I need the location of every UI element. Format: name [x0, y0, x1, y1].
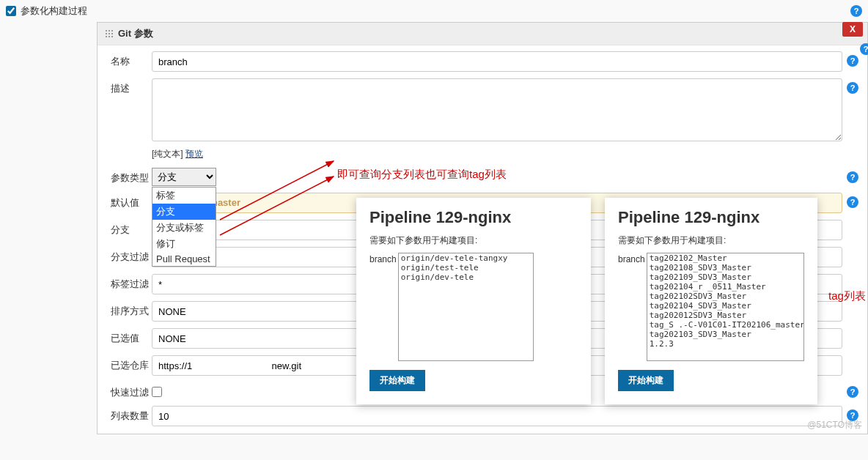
- list-item[interactable]: tag202109_SDV3_Master: [647, 272, 803, 282]
- annotation-top: 即可查询分支列表也可查询tag列表: [337, 168, 507, 182]
- list-count-label: 列表数量: [111, 406, 152, 423]
- preview-link[interactable]: 预览: [185, 149, 203, 159]
- list-item[interactable]: tag202012SDV3_Master: [647, 311, 803, 320]
- start-build-button[interactable]: 开始构建: [369, 370, 425, 391]
- help-icon[interactable]: ?: [860, 43, 868, 55]
- list-count-input[interactable]: [152, 406, 842, 426]
- tag-list-box[interactable]: tag202102_Master tag202108_SDV3_Master t…: [647, 253, 804, 361]
- annotation-tag-list: tag列表: [828, 289, 866, 303]
- description-label: 描述: [111, 78, 152, 95]
- top-bar: 参数化构建过程 ?: [0, 0, 868, 22]
- close-button[interactable]: X: [842, 22, 863, 37]
- list-item[interactable]: origin/dev-tele: [399, 272, 533, 282]
- panel-header: Git 参数 X ?: [98, 23, 867, 45]
- list-item[interactable]: origin/test-tele: [399, 263, 533, 272]
- popup-subtitle: 需要如下参数用于构建项目:: [369, 234, 578, 247]
- dropdown-option-branch-or-tag[interactable]: 分支或标签: [152, 220, 216, 236]
- quick-filter-checkbox[interactable]: [152, 387, 162, 397]
- parametrize-checkbox[interactable]: [6, 6, 16, 16]
- start-build-button[interactable]: 开始构建: [618, 370, 674, 391]
- dropdown-option-branch[interactable]: 分支: [152, 204, 216, 220]
- param-type-label: 参数类型: [111, 168, 152, 185]
- sort-label: 排序方式: [111, 301, 152, 318]
- popup-field-label: branch: [369, 253, 397, 264]
- help-icon[interactable]: ?: [850, 5, 862, 17]
- quick-filter-label: 快速过滤: [111, 382, 152, 399]
- help-icon[interactable]: ?: [847, 171, 858, 183]
- default-label: 默认值: [111, 193, 152, 209]
- popup-title: Pipeline 129-nginx: [369, 208, 578, 227]
- param-type-dropdown[interactable]: 标签 分支 分支或标签 修订 Pull Request: [152, 187, 216, 267]
- help-icon[interactable]: ?: [847, 386, 858, 398]
- list-item[interactable]: tag202104_r _0511_Master: [647, 282, 803, 292]
- name-label: 名称: [111, 51, 152, 68]
- list-item[interactable]: 1.2.3: [647, 339, 803, 349]
- watermark: @51CTO博客: [807, 419, 862, 431]
- repo-label: 已选仓库: [111, 355, 152, 372]
- help-icon[interactable]: ?: [847, 196, 858, 208]
- popup-field-label: branch: [618, 253, 645, 264]
- branch-label: 分支: [111, 220, 152, 237]
- plaintext-row: [纯文本] 预览: [111, 148, 854, 160]
- panel-title: Git 参数: [118, 27, 153, 40]
- list-item[interactable]: tag202102SDV3_Master: [647, 292, 803, 301]
- list-item[interactable]: tag202108_SDV3_Master: [647, 263, 803, 272]
- name-input[interactable]: [152, 51, 842, 72]
- branch-filter-label: 分支过滤: [111, 247, 152, 264]
- list-item[interactable]: tag_S .-C-V01C01-IT202106_master: [647, 320, 803, 330]
- dropdown-option-pr[interactable]: Pull Request: [152, 252, 216, 266]
- plaintext-label: [纯文本]: [152, 149, 185, 159]
- tag-filter-label: 标签过滤: [111, 274, 152, 291]
- dropdown-option-tag[interactable]: 标签: [152, 188, 216, 204]
- list-item[interactable]: origin/dev-tele-tangxy: [399, 253, 533, 263]
- help-icon[interactable]: ?: [847, 82, 858, 94]
- param-type-select[interactable]: 分支: [152, 168, 216, 186]
- list-item[interactable]: tag202104_SDV3_Master: [647, 301, 803, 311]
- description-textarea[interactable]: [152, 78, 842, 141]
- dropdown-option-revision[interactable]: 修订: [152, 236, 216, 252]
- pipeline-popup-tag: Pipeline 129-nginx 需要如下参数用于构建项目: branch …: [605, 198, 817, 404]
- pipeline-popup-branch: Pipeline 129-nginx 需要如下参数用于构建项目: branch …: [356, 198, 591, 404]
- selected-label: 已选值: [111, 328, 152, 345]
- parametrize-label: 参数化构建过程: [21, 4, 87, 18]
- help-icon[interactable]: ?: [847, 55, 858, 67]
- popup-title: Pipeline 129-nginx: [618, 208, 804, 227]
- list-item[interactable]: tag202103_SDV3_Master: [647, 330, 803, 339]
- list-item[interactable]: tag202102_Master: [647, 253, 803, 263]
- popup-subtitle: 需要如下参数用于构建项目:: [618, 234, 804, 247]
- drag-handle-icon[interactable]: [105, 29, 114, 38]
- branch-list-box[interactable]: origin/dev-tele-tangxy origin/test-tele …: [398, 253, 534, 361]
